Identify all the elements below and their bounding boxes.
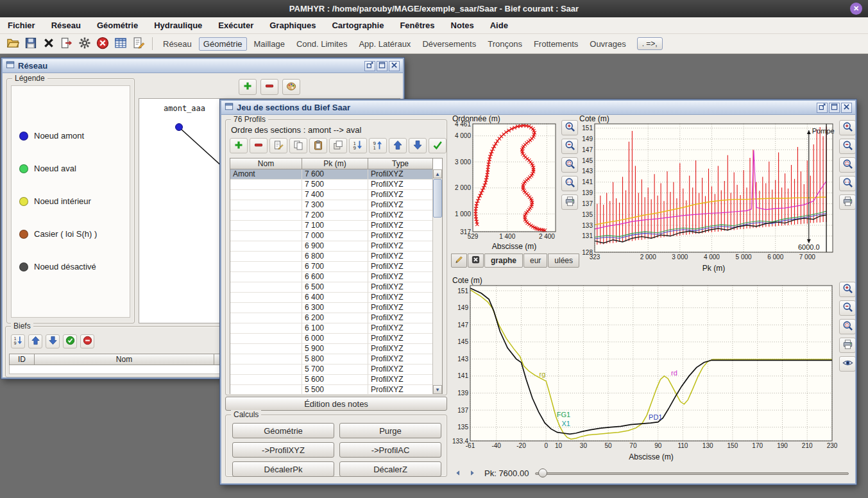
graph-tab-pencil[interactable] <box>451 253 467 268</box>
profile-row[interactable]: 6 100ProfilXYZ <box>230 323 433 334</box>
cross-zoom-out-button[interactable] <box>839 300 855 316</box>
menu-hydraulique[interactable]: Hydraulique <box>154 21 202 30</box>
cross-printer-button[interactable] <box>839 338 855 353</box>
profiles-copy-button[interactable] <box>289 138 307 153</box>
profile-row[interactable]: 5 700ProfilXYZ <box>230 365 433 375</box>
scroll-up-icon[interactable]: ▲ <box>433 169 442 178</box>
close-button[interactable] <box>41 36 56 52</box>
cross-zoom-fit-button[interactable] <box>839 319 855 334</box>
profiles-column-nom[interactable]: Nom <box>230 159 302 169</box>
profile-row[interactable]: 6 000ProfilXYZ <box>230 334 433 344</box>
toolbar-frottements-button[interactable]: Frottements <box>529 37 583 51</box>
graph-tab-graphe[interactable]: graphe <box>484 253 523 268</box>
pk-slider-track[interactable] <box>535 472 849 475</box>
profiles-sort-up-button[interactable]: 91 <box>369 138 387 153</box>
profile-row[interactable]: 7 000ProfilXYZ <box>230 231 433 241</box>
profile-row[interactable]: 5 900ProfilXYZ <box>230 344 433 354</box>
profile-row[interactable]: 7 500ProfilXYZ <box>230 180 433 190</box>
biefs-sort-down-button[interactable]: 19 <box>11 334 25 348</box>
app-close-button[interactable]: ✕ <box>850 3 862 15</box>
profile-row[interactable]: 6 800ProfilXYZ <box>230 252 433 262</box>
profile-row[interactable]: 7 300ProfilXYZ <box>230 200 433 210</box>
node-amont[interactable] <box>175 123 183 131</box>
pk-slider[interactable] <box>535 467 853 479</box>
biefs-column-id[interactable]: ID <box>9 354 35 365</box>
reseau-window-max-button[interactable] <box>377 61 387 71</box>
app-titlebar[interactable]: PAMHYR : /home/parouby/MAGE/exemple_saar… <box>0 0 868 17</box>
reseau-window-titlebar[interactable]: Réseau <box>3 59 403 73</box>
menu-fenetres[interactable]: Fenêtres <box>400 21 434 30</box>
menu-notes[interactable]: Notes <box>451 21 474 30</box>
long-zoom-11-button[interactable]: 1:1 <box>839 176 855 191</box>
reseau-window-restore-button[interactable] <box>364 61 375 71</box>
reseau-window-close-button[interactable] <box>389 61 400 71</box>
scrollbar-thumb[interactable] <box>433 179 442 218</box>
toolbar-extra-button[interactable]: . =>, <box>637 37 663 50</box>
profile-row[interactable]: 5 500ProfilXYZ <box>230 385 433 394</box>
pk-slider-handle[interactable] <box>538 468 547 477</box>
calc-purge-button[interactable]: Purge <box>339 423 441 438</box>
profiles-layers-button[interactable] <box>329 138 347 153</box>
biefs-arrow-up-button[interactable] <box>28 334 42 348</box>
plan-zoom-in-button[interactable] <box>561 120 578 135</box>
profiles-plus-button[interactable] <box>230 138 248 153</box>
plan-zoom-out-button[interactable] <box>561 139 578 154</box>
scroll-down-icon[interactable]: ▼ <box>433 385 442 394</box>
longitudinal-chart[interactable]: Pompe6000.03232 0003 0004 0005 0006 0007… <box>578 115 838 273</box>
canvas-plus-button[interactable] <box>239 79 257 95</box>
notes-button[interactable] <box>131 36 146 52</box>
profile-row[interactable]: 5 600ProfilXYZ <box>230 375 433 385</box>
profiles-arrow-down-button[interactable] <box>409 138 427 153</box>
profiles-check-button[interactable] <box>429 138 447 153</box>
stop-button[interactable] <box>95 36 110 52</box>
calc-decalerpk-button[interactable]: DécalerPk <box>232 461 334 477</box>
long-zoom-fit-button[interactable] <box>839 157 855 173</box>
menu-reseau[interactable]: Réseau <box>51 21 81 30</box>
calc-profilac-button[interactable]: ->ProfilAC <box>339 442 441 458</box>
sections-window-restore-button[interactable] <box>817 103 828 113</box>
menu-executer[interactable]: Exécuter <box>218 21 253 30</box>
profiles-edit-button[interactable] <box>269 138 287 153</box>
toolbar-app-lateraux-button[interactable]: App. Latéraux <box>354 37 415 51</box>
canvas-palette-button[interactable] <box>282 79 300 95</box>
profile-row[interactable]: 7 100ProfilXYZ <box>230 221 433 231</box>
biefs-column-nom[interactable]: Nom <box>35 354 214 365</box>
cross-section-chart[interactable]: rgFG1X1PD1rd-61-40-200103050709011013015… <box>451 277 838 461</box>
settings-button[interactable] <box>77 36 92 52</box>
profile-row[interactable]: 6 200ProfilXYZ <box>230 313 433 323</box>
save-button[interactable] <box>23 36 38 52</box>
profile-row[interactable]: 6 300ProfilXYZ <box>230 303 433 313</box>
profiles-column-pk-m[interactable]: Pk (m) <box>302 159 368 169</box>
long-zoom-in-button[interactable] <box>839 120 855 135</box>
canvas-minus-button[interactable] <box>260 79 278 95</box>
toolbar-geometrie-button[interactable]: Géométrie <box>199 37 247 51</box>
profile-row[interactable]: 7 400ProfilXYZ <box>230 190 433 200</box>
sections-window-close-button[interactable] <box>841 103 852 113</box>
previous-section-button[interactable] <box>451 467 465 479</box>
profiles-column-type[interactable]: Type <box>368 159 433 169</box>
graph-tab-ulees[interactable]: ulées <box>548 253 579 268</box>
biefs-check-circle-button[interactable] <box>63 334 77 348</box>
export-button[interactable] <box>59 36 74 52</box>
plan-zoom-11-button[interactable]: 1:1 <box>561 176 578 191</box>
profiles-arrow-up-button[interactable] <box>389 138 407 153</box>
calc-decalerz-button[interactable]: DécalerZ <box>339 461 441 477</box>
profile-row[interactable]: 7 200ProfilXYZ <box>230 210 433 221</box>
cross-eye-button[interactable] <box>839 356 855 372</box>
next-section-button[interactable] <box>465 467 479 479</box>
plan-printer-button[interactable] <box>561 194 578 210</box>
profile-row[interactable]: 6 600ProfilXYZ <box>230 272 433 282</box>
profile-row[interactable]: Amont7 600ProfilXYZ <box>230 169 433 180</box>
menu-graphiques[interactable]: Graphiques <box>269 21 316 30</box>
table-button[interactable] <box>113 36 128 52</box>
toolbar-troncons-button[interactable]: Tronçons <box>483 37 527 51</box>
table-scrollbar[interactable]: ▲ ▼ <box>432 169 442 394</box>
graph-tab-eur[interactable]: eur <box>523 253 547 268</box>
cross-zoom-in-button[interactable] <box>839 282 855 297</box>
profile-row[interactable]: 5 800ProfilXYZ <box>230 354 433 365</box>
toolbar-cond-limites-button[interactable]: Cond. Limites <box>292 37 352 51</box>
toolbar-reseau-button[interactable]: Réseau <box>158 37 196 51</box>
menu-fichier[interactable]: Fichier <box>8 21 35 30</box>
profiles-minus-button[interactable] <box>250 138 268 153</box>
folder-open-button[interactable] <box>5 36 21 52</box>
